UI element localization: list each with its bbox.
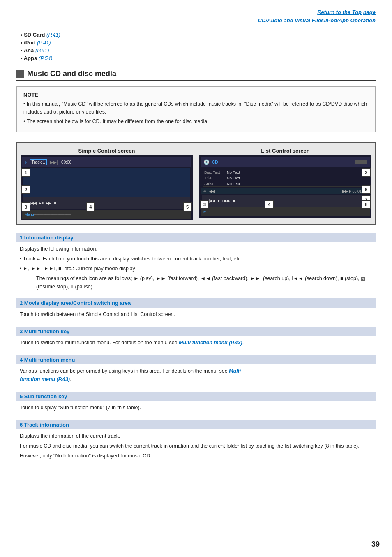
def-5: 5 Sub function key Touch to display "Sub… [16, 392, 376, 416]
def-6-line-1: Displays the information of the current … [20, 432, 372, 440]
def-6-line-2: For music CD and disc media, you can swi… [20, 442, 372, 450]
list-control-panel: List Control screen 2 6 7 3 4 8 💿 CD Dis… [199, 146, 371, 220]
note-line-2: The screen shot below is for CD. It may … [23, 118, 369, 125]
def-5-body: Touch to display "Sub function menu" (7 … [16, 404, 376, 416]
definitions-section: 1 Information display Displays the follo… [16, 233, 376, 464]
stop-btn[interactable]: ■ [54, 201, 56, 205]
bullet-apps: Apps (P.54) [21, 55, 376, 61]
cd-label: CD [212, 160, 218, 165]
bullet-sd-card: SD Card (P.41) [21, 32, 376, 38]
badge-3-right: 3 [200, 200, 209, 209]
track-label: Track 1 [30, 159, 47, 165]
header: Return to the Top page CD/Audio and Visu… [16, 8, 376, 24]
title-value: No Text [227, 176, 240, 180]
title-row: Title No Text [203, 175, 368, 181]
play-pause-btn[interactable]: ►II [38, 201, 44, 205]
def-6-title: 6 Track information [16, 420, 376, 429]
progress-bar-right: ──────────────── [216, 210, 364, 214]
list-control-screen: 2 6 7 3 4 8 💿 CD Disc Text No Text Title [199, 155, 371, 218]
play-pause-btn-right[interactable]: ►II [217, 199, 223, 203]
aha-link[interactable]: (P.51) [35, 47, 49, 53]
def-1-title: 1 Information display [16, 233, 376, 242]
def-6-line-3: However, only "No Information" is displa… [20, 452, 372, 460]
next-btn-right[interactable]: ▶▶| [224, 199, 231, 203]
next-btn[interactable]: ▶▶| [46, 201, 52, 205]
simple-control-label: Simple Control screen [21, 146, 193, 155]
def-2-line-1: Touch to switch between the Simple Contr… [20, 310, 372, 318]
music-icon: ♪ [25, 160, 27, 165]
note-line-1: In this manual, "Music CD" will be refer… [23, 100, 369, 116]
def-4-title: 4 Multi function menu [16, 355, 376, 364]
def-4-link[interactable]: Multifunction menu (P.43) [20, 368, 241, 382]
badge-3-left: 3 [21, 202, 30, 211]
def-1-indent: The meanings of each icon are as follows… [20, 274, 372, 291]
def-1-line-2: Track #: Each time you touch this area, … [20, 255, 372, 263]
def-1-line-3: ►, ►►, ►►I, ■, etc.: Current play mode d… [20, 265, 372, 273]
prev-btn-right[interactable]: |◀◀ [209, 199, 215, 203]
left-time: 00:00 [61, 160, 71, 165]
simple-control-panel: Simple Control screen 1 2 3 4 5 ♪ Track … [21, 146, 193, 220]
def-5-line-1: Touch to display "Sub function menu" (7 … [20, 404, 372, 412]
def-3-link[interactable]: Multi function menu (P.43) [179, 340, 242, 346]
def-3-line-1: Touch to switch the multi function menu.… [20, 339, 372, 347]
artist-value: No Text [227, 181, 240, 186]
bullet-ipod: iPod (P.41) [21, 39, 376, 46]
sd-card-link[interactable]: (P.41) [46, 32, 60, 38]
artist-label: Artist [204, 181, 227, 186]
prev-btn[interactable]: |◀◀ [30, 201, 37, 205]
def-5-title: 5 Sub function key [16, 392, 376, 401]
list-top-bar: 💿 CD [201, 157, 370, 167]
bullet-aha: Aha (P.51) [21, 47, 376, 53]
simple-controls-row: ◀ |◀◀ ►II ▶▶| ■ ⚙ [23, 197, 190, 209]
track-forward-icon: ▶▶| [50, 160, 58, 165]
badge-2-left: 2 [21, 185, 30, 194]
def-1: 1 Information display Displays the follo… [16, 233, 376, 294]
repeat-icon: ↩ [203, 189, 207, 193]
return-to-top-link[interactable]: Return to the Top page [16, 8, 376, 16]
badge-4-right: 4 [265, 200, 274, 209]
def-3: 3 Multi function key Touch to switch the… [16, 327, 376, 351]
rewind-btn[interactable]: ◀◀ [209, 189, 215, 193]
menu-key-right[interactable]: Menu [203, 210, 213, 214]
def-1-line-1: Displays the following information. [20, 245, 372, 253]
def-3-title: 3 Multi function key [16, 327, 376, 336]
def-2-title: 2 Movie display area/Control switching a… [16, 298, 376, 308]
apps-link[interactable]: (P.54) [39, 55, 53, 61]
disc-text-label: Disc Text [204, 170, 227, 174]
page-number: 39 [371, 540, 380, 549]
seek-bar-row: ↩ ◀◀ ▶▶ P 00:01 ✕ [201, 188, 370, 194]
def-4-body: Various functions can be performed by us… [16, 367, 376, 388]
section-icon [16, 70, 24, 78]
screens-container: Simple Control screen 1 2 3 4 5 ♪ Track … [16, 142, 376, 225]
def-4: 4 Multi function menu Various functions … [16, 355, 376, 388]
badge-4-left: 4 [86, 202, 95, 211]
simple-main-area [23, 168, 190, 197]
def-3-body: Touch to switch the multi function menu.… [16, 339, 376, 351]
subtitle-link[interactable]: CD/Audio and Visual Files/iPod/App Opera… [16, 16, 376, 25]
badge-5-left: 5 [183, 202, 192, 211]
list-info-area: Disc Text No Text Title No Text Artist N… [201, 168, 370, 188]
section-title: Music CD and disc media [27, 70, 116, 78]
progress-bar-left: ──────────────── [34, 213, 71, 216]
artist-row: Artist No Text [203, 181, 368, 187]
def-1-body: Displays the following information. Trac… [16, 245, 376, 294]
badge-8-right: 8 [362, 200, 371, 209]
ipod-link[interactable]: (P.41) [37, 39, 51, 46]
list-menu-bar: Menu ──────────────── [201, 207, 370, 216]
def-2: 2 Movie display area/Control switching a… [16, 298, 376, 323]
section-heading: Music CD and disc media [16, 70, 376, 81]
badge-2-right: 2 [362, 168, 371, 177]
list-controls-row: ◀ |◀◀ ►II ▶▶| ■ ⚙ [202, 195, 369, 207]
simple-display-placeholder [103, 177, 111, 187]
disc-text-value: No Text [227, 170, 240, 174]
simple-top-bar: ♪ Track 1 ▶▶| 00:00 [22, 157, 191, 167]
stop-btn-right[interactable]: ■ [233, 199, 235, 203]
right-time: ▶▶ P 00:01 [342, 189, 362, 193]
simple-control-screen: 1 2 3 4 5 ♪ Track 1 ▶▶| 00:00 ◀ |◀◀ ►II … [21, 155, 193, 220]
signal-bar [355, 160, 367, 164]
list-control-label: List Control screen [199, 146, 371, 155]
badge-6-right: 6 [362, 185, 371, 194]
cd-icon: 💿 [203, 159, 210, 165]
def-4-line-1: Various functions can be performed by us… [20, 367, 372, 383]
menu-key-left[interactable]: Menu [25, 212, 34, 216]
